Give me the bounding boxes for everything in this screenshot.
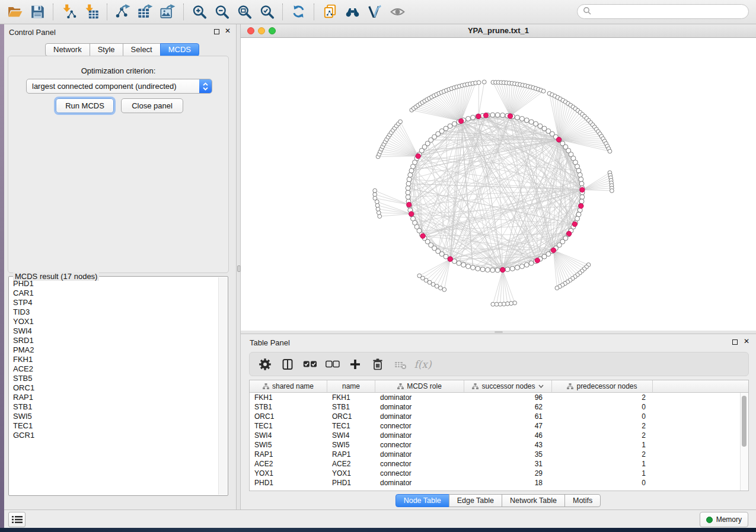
tab-edge-table[interactable]: Edge Table [449,494,502,507]
table-cell[interactable]: 0 [552,412,653,421]
table-cell[interactable]: 18 [464,479,552,487]
float-panel-icon[interactable] [214,29,219,34]
close-panel-button[interactable]: Close panel [121,98,183,113]
tab-select[interactable]: Select [123,43,161,56]
network-canvas[interactable] [241,38,756,331]
table-row[interactable]: YOX1YOX1connector291 [250,469,741,478]
table-cell[interactable]: 46 [464,431,552,440]
close-panel-icon[interactable]: ✕ [225,27,231,35]
table-cell[interactable]: connector [375,460,464,468]
table-row[interactable]: FKH1FKH1dominator962 [250,393,741,402]
table-cell[interactable]: 47 [464,422,552,430]
table-cell[interactable]: 35 [464,450,552,459]
save-session-button[interactable] [26,2,49,21]
mcds-result-item[interactable]: CAR1 [9,289,218,298]
mcds-result-item[interactable]: TEC1 [9,421,218,431]
mcds-result-item[interactable]: SRD1 [9,336,218,345]
mcds-result-item[interactable]: GCR1 [9,431,218,440]
table-cell[interactable]: PHD1 [327,479,375,487]
table-row[interactable]: TEC1TEC1connector472 [250,421,741,431]
mcds-result-item[interactable]: YOX1 [9,317,218,326]
vertical-splitter[interactable] [236,24,241,509]
table-cell[interactable]: STB1 [327,403,375,411]
mcds-result-item[interactable]: STP4 [9,298,218,307]
close-panel-icon[interactable]: ✕ [744,337,749,345]
table-cell[interactable]: dominator [375,450,464,459]
mcds-result-item[interactable]: SWI5 [9,412,218,421]
table-cell[interactable]: 0 [552,479,653,487]
table-cell[interactable]: RAP1 [327,450,375,459]
table-row[interactable]: ORC1ORC1dominator610 [250,412,741,421]
table-cell[interactable]: PHD1 [250,479,327,487]
table-cell[interactable]: FKH1 [327,393,375,402]
table-cell[interactable]: dominator [375,431,464,440]
tab-mcds[interactable]: MCDS [160,43,199,56]
splitter-handle[interactable] [495,331,503,333]
table-cell[interactable]: SWI5 [327,441,375,449]
table-row[interactable]: RAP1RAP1dominator352 [250,450,741,459]
table-cell[interactable]: 2 [552,450,653,459]
tab-style[interactable]: Style [90,43,123,56]
export-table-button[interactable] [134,2,157,21]
open-file-button[interactable] [4,2,26,21]
mcds-result-item[interactable]: STB1 [9,402,218,412]
table-cell[interactable]: 61 [464,412,552,421]
table-cell[interactable]: connector [375,469,464,477]
tab-motifs[interactable]: Motifs [564,494,601,507]
deselect-all-button[interactable] [326,357,340,371]
table-cell[interactable]: dominator [375,393,464,402]
table-cell[interactable]: connector [375,441,464,449]
select-all-button[interactable] [303,357,317,371]
import-network-button[interactable] [58,2,80,21]
mcds-result-item[interactable]: TID3 [9,307,218,317]
table-cell[interactable]: 43 [464,441,552,449]
table-cell[interactable]: YOX1 [250,469,327,477]
table-cell[interactable]: RAP1 [250,450,327,459]
add-button[interactable] [348,357,362,371]
table-cell[interactable]: TEC1 [250,422,327,430]
table-cell[interactable]: ACE2 [250,460,327,468]
table-cell[interactable]: ORC1 [250,412,327,421]
clone-network-button[interactable] [318,2,341,21]
scrollbar-thumb[interactable] [742,396,747,447]
table-cell[interactable]: dominator [375,479,464,487]
memory-button[interactable]: Memory [700,512,748,527]
float-panel-icon[interactable] [732,339,738,345]
table-cell[interactable]: SWI4 [250,431,327,440]
export-image-button[interactable] [157,2,179,21]
mcds-result-item[interactable]: SWI4 [9,326,218,336]
table-cell[interactable]: 0 [552,403,653,411]
table-cell[interactable]: ORC1 [327,412,375,421]
table-cell[interactable]: 1 [552,469,653,477]
mcds-result-item[interactable]: RAP1 [9,393,218,402]
mcds-result-item[interactable]: ACE2 [9,364,218,374]
zoom-selected-button[interactable] [256,2,278,21]
column-header-name[interactable]: name [327,380,375,393]
gear-button[interactable] [258,357,272,371]
zoom-out-button[interactable] [210,2,233,21]
tab-node-table[interactable]: Node Table [395,494,449,507]
mcds-list-scrollbar[interactable] [218,277,227,495]
tab-network[interactable]: Network [45,43,90,56]
table-cell[interactable]: dominator [375,403,464,411]
table-cell[interactable]: STB1 [250,403,327,411]
table-cell[interactable]: SWI5 [250,441,327,449]
table-row[interactable]: SWI4SWI4dominator462 [250,431,741,440]
column-header-shared-name[interactable]: shared name [250,380,327,393]
binoculars-button[interactable] [341,2,363,21]
criterion-select[interactable]: largest connected component (undirected) [26,79,212,94]
table-cell[interactable]: 1 [552,460,653,468]
table-cell[interactable]: 31 [464,460,552,468]
eye-button[interactable] [386,2,409,21]
mcds-result-item[interactable]: PMA2 [9,345,218,355]
vizmapper-button[interactable] [363,2,386,21]
table-row[interactable]: PHD1PHD1dominator180 [250,478,741,488]
table-cell[interactable]: 62 [464,403,552,411]
zoom-fit-button[interactable] [233,2,256,21]
zoom-in-button[interactable] [188,2,210,21]
table-cell[interactable]: dominator [375,412,464,421]
trash-button[interactable] [371,357,385,371]
table-cell[interactable]: 1 [552,441,653,449]
table-cell[interactable]: TEC1 [327,422,375,430]
tab-network-table[interactable]: Network Table [502,494,565,507]
